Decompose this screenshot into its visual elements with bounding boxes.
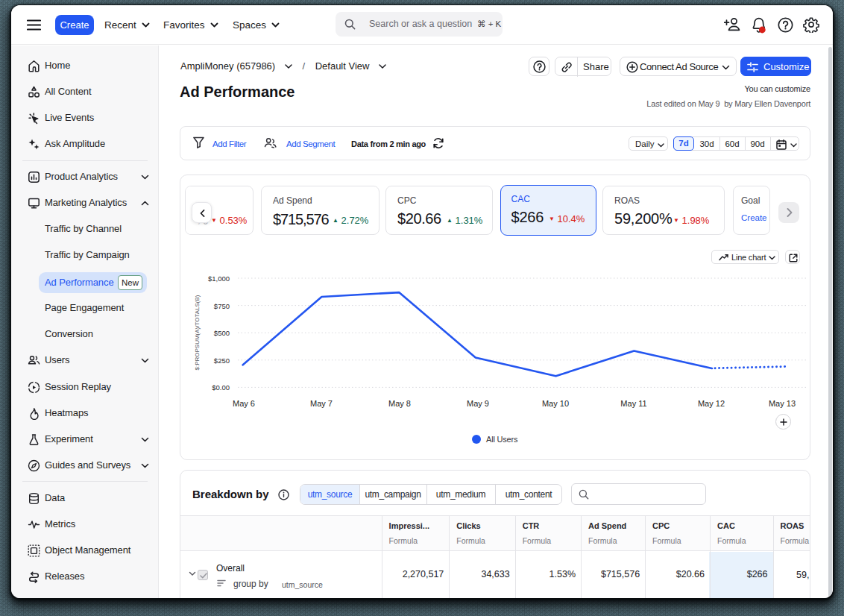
svg-text:$250: $250: [214, 356, 230, 365]
svg-text:May 12: May 12: [698, 399, 725, 408]
svg-text:May 7: May 7: [310, 399, 333, 408]
svg-text:$500: $500: [214, 329, 230, 337]
svg-text:$:PROPSUM(A)/TOTALS(B): $:PROPSUM(A)/TOTALS(B): [194, 295, 201, 370]
svg-text:May 11: May 11: [620, 399, 646, 408]
svg-text:May 6: May 6: [233, 399, 255, 408]
svg-text:$1,000: $1,000: [208, 274, 230, 283]
svg-text:May 8: May 8: [388, 399, 411, 408]
svg-text:$750: $750: [214, 302, 230, 310]
svg-text:$0.00: $0.00: [212, 383, 230, 392]
svg-text:May 13: May 13: [769, 399, 796, 408]
svg-text:May 9: May 9: [467, 399, 489, 408]
svg-text:May 10: May 10: [542, 399, 569, 408]
